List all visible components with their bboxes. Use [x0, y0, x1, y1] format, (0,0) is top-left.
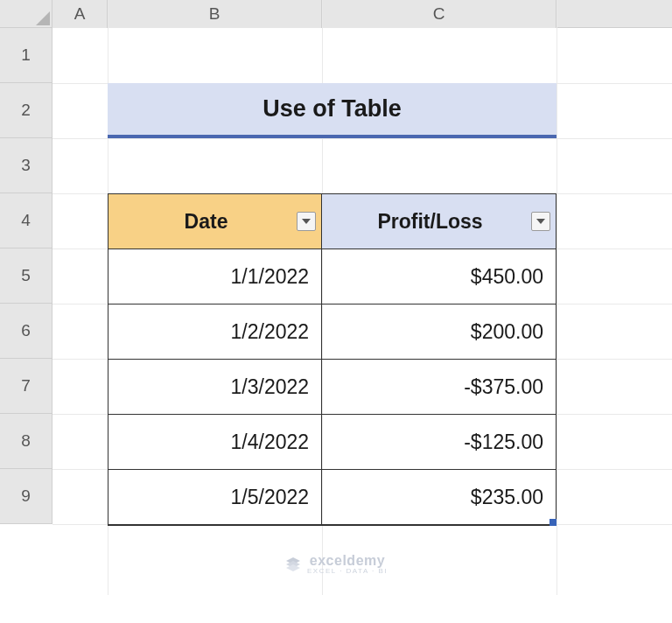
chevron-down-icon [536, 219, 545, 224]
row-header-6[interactable]: 6 [0, 304, 52, 359]
watermark: exceldemy EXCEL · DATA · BI [0, 553, 672, 575]
cell-date[interactable]: 1/2/2022 [108, 304, 322, 360]
table-row: 1/3/2022 -$375.00 [108, 360, 556, 415]
chevron-down-icon [302, 219, 311, 224]
cell-profit-loss[interactable]: -$375.00 [322, 360, 556, 415]
table-row: 1/1/2022 $450.00 [108, 249, 556, 304]
cell-profit-loss[interactable]: $200.00 [322, 304, 556, 360]
table-header-date[interactable]: Date [108, 194, 322, 249]
table-header-date-label: Date [185, 210, 228, 234]
column-header-row: A B C [0, 0, 672, 28]
gridline [52, 138, 672, 139]
row-header-9[interactable]: 9 [0, 469, 52, 524]
row-header-4[interactable]: 4 [0, 193, 52, 248]
table-header-profit-loss[interactable]: Profit/Loss [322, 194, 556, 249]
cell-date[interactable]: 1/4/2022 [108, 415, 322, 470]
filter-button-profit-loss[interactable] [531, 212, 550, 231]
row-header-column: 1 2 3 4 5 6 7 8 9 [0, 28, 52, 524]
gridline [556, 0, 557, 595]
cell-profit-loss[interactable]: $450.00 [322, 249, 556, 304]
cell-date[interactable]: 1/5/2022 [108, 470, 322, 525]
select-all-corner[interactable] [0, 0, 52, 28]
page-title: Use of Table [108, 83, 556, 138]
table-header-profit-loss-label: Profit/Loss [377, 210, 482, 234]
table-row: 1/4/2022 -$125.00 [108, 415, 556, 470]
watermark-brand: exceldemy [310, 553, 385, 568]
table-row: 1/5/2022 $235.00 [108, 470, 556, 525]
row-header-8[interactable]: 8 [0, 414, 52, 469]
row-header-3[interactable]: 3 [0, 138, 52, 193]
watermark-tagline: EXCEL · DATA · BI [307, 567, 388, 575]
cell-profit-loss[interactable]: $235.00 [322, 470, 556, 525]
cell-date[interactable]: 1/3/2022 [108, 360, 322, 415]
column-header-B[interactable]: B [108, 0, 322, 28]
data-table: Date Profit/Loss 1/1/2022 $450.00 1/2/20… [108, 193, 556, 526]
column-header-C[interactable]: C [322, 0, 556, 28]
row-header-5[interactable]: 5 [0, 248, 52, 304]
cell-date[interactable]: 1/1/2022 [108, 249, 322, 304]
logo-icon [284, 556, 302, 573]
row-header-7[interactable]: 7 [0, 359, 52, 414]
row-header-2[interactable]: 2 [0, 83, 52, 138]
title-banner-wrapper: Use of Table [108, 28, 556, 138]
filter-button-date[interactable] [297, 212, 316, 231]
cell-profit-loss[interactable]: -$125.00 [322, 415, 556, 470]
table-resize-handle[interactable] [550, 519, 556, 526]
row-header-1[interactable]: 1 [0, 28, 52, 83]
column-header-A[interactable]: A [52, 0, 108, 28]
table-header-row: Date Profit/Loss [108, 194, 556, 249]
table-row: 1/2/2022 $200.00 [108, 304, 556, 360]
